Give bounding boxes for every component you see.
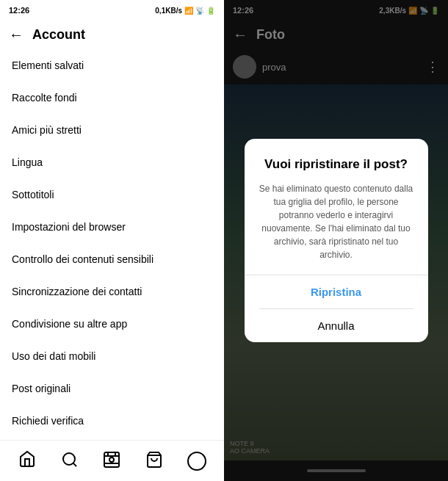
list-item[interactable]: Amici più stretti bbox=[12, 114, 212, 146]
list-item[interactable]: Richiedi verifica bbox=[12, 405, 212, 437]
list-item[interactable]: Condivisione su altre app bbox=[12, 308, 212, 340]
page-title: Account bbox=[32, 27, 85, 43]
list-item[interactable]: Sottotitoli bbox=[12, 178, 212, 211]
nav-shop[interactable] bbox=[138, 445, 170, 477]
profile-avatar-icon bbox=[187, 452, 206, 471]
left-status-icons: 0,1KB/s 📶 📡 🔋 bbox=[155, 7, 215, 15]
battery-icon: 🔋 bbox=[206, 7, 215, 15]
list-item[interactable]: Uso dei dati mobili bbox=[12, 340, 212, 372]
svg-point-0 bbox=[63, 453, 75, 465]
nav-profile[interactable] bbox=[181, 445, 213, 477]
nav-reels[interactable] bbox=[95, 445, 128, 477]
nav-home[interactable] bbox=[11, 445, 43, 477]
modal-body: Se hai eliminato questo contenuto dalla … bbox=[259, 182, 413, 261]
menu-list: Elementi salvati Raccolte fondi Amici pi… bbox=[0, 49, 224, 440]
left-panel: 12:26 0,1KB/s 📶 📡 🔋 ← Account Elementi s… bbox=[0, 0, 224, 481]
list-item[interactable]: Lingua bbox=[12, 146, 212, 178]
shop-icon bbox=[145, 451, 163, 471]
modal-title: Vuoi ripristinare il post? bbox=[259, 156, 413, 173]
cancel-button[interactable]: Annulla bbox=[259, 309, 413, 342]
list-item[interactable]: Post originali bbox=[12, 372, 212, 405]
restore-button[interactable]: Ripristina bbox=[259, 275, 413, 309]
reels-icon bbox=[103, 451, 120, 471]
left-status-bar: 12:26 0,1KB/s 📶 📡 🔋 bbox=[0, 0, 224, 21]
list-item[interactable]: Elementi salvati bbox=[12, 49, 212, 82]
svg-rect-2 bbox=[104, 452, 119, 467]
list-item[interactable]: Impostazioni del browser bbox=[12, 211, 212, 243]
modal-overlay: Vuoi ripristinare il post? Se hai elimin… bbox=[224, 0, 448, 481]
wifi-icon: 📡 bbox=[195, 7, 204, 15]
left-data-speed: 0,1KB/s bbox=[155, 7, 182, 15]
search-icon bbox=[61, 451, 79, 471]
list-item[interactable]: Sincronizzazione dei contatti bbox=[12, 275, 212, 308]
right-panel: 12:26 2,3KB/s 📶 📡 🔋 ← Foto prova ⋮ NOTE … bbox=[224, 0, 448, 481]
restore-modal: Vuoi ripristinare il post? Se hai elimin… bbox=[245, 139, 428, 341]
signal-icon: 📶 bbox=[184, 7, 193, 15]
home-icon bbox=[18, 450, 36, 472]
svg-point-3 bbox=[109, 458, 114, 462]
nav-search[interactable] bbox=[54, 445, 86, 477]
left-header: ← Account bbox=[0, 21, 224, 49]
back-button[interactable]: ← bbox=[9, 26, 24, 43]
left-time: 12:26 bbox=[9, 6, 29, 15]
svg-line-1 bbox=[73, 463, 76, 466]
list-item[interactable]: Controllo dei contenuti sensibili bbox=[12, 243, 212, 275]
bottom-nav bbox=[0, 440, 224, 481]
list-item[interactable]: Raccolte fondi bbox=[12, 82, 212, 114]
